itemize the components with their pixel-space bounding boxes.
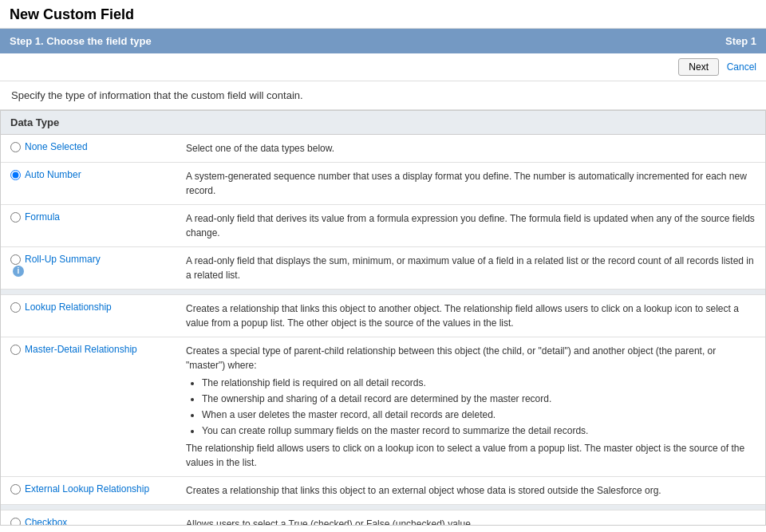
step-header-label: Step 1. Choose the field type [10, 35, 152, 47]
field-type-radio-auto_number[interactable] [10, 170, 21, 180]
field-type-label-auto_number: Auto Number [25, 169, 81, 180]
table-row: Roll-Up SummaryiA read-only field that d… [1, 247, 765, 290]
field-type-label-lookup_relationship: Lookup Relationship [25, 301, 112, 313]
table-row: FormulaA read-only field that derives it… [1, 205, 765, 247]
field-desc-checkbox: Allows users to select a True (checked) … [176, 510, 765, 526]
field-type-radio-roll_up_summary[interactable] [10, 254, 21, 265]
field-type-radio-lookup_relationship[interactable] [10, 302, 21, 313]
table-row: Lookup RelationshipCreates a relationshi… [1, 295, 765, 337]
field-type-label-formula: Formula [25, 211, 60, 223]
field-desc-external_lookup_relationship: Creates a relationship that links this o… [176, 477, 765, 505]
field-type-label-external_lookup_relationship: External Lookup Relationship [25, 483, 149, 495]
bullet-point: The ownership and sharing of a detail re… [202, 392, 756, 406]
field-type-radio-external_lookup_relationship[interactable] [10, 484, 21, 495]
table-row: CheckboxAllows users to select a True (c… [1, 510, 765, 526]
field-desc-none_selected: Select one of the data types below. [176, 135, 765, 163]
table-row: External Lookup RelationshipCreates a re… [1, 477, 765, 505]
action-bar: Next Cancel [0, 53, 766, 81]
table-row: Auto NumberA system-generated sequence n… [1, 163, 765, 205]
table-row: Master-Detail RelationshipCreates a spec… [1, 337, 765, 477]
data-type-table: Data Type None SelectedSelect one of the… [1, 110, 765, 525]
next-button[interactable]: Next [678, 58, 719, 76]
field-desc-master_detail_relationship: Creates a special type of parent-child r… [176, 337, 765, 477]
field-desc-formula: A read-only field that derives its value… [176, 205, 765, 247]
field-type-radio-master_detail_relationship[interactable] [10, 345, 21, 355]
cancel-link[interactable]: Cancel [727, 61, 756, 73]
page-title: New Custom Field [10, 6, 756, 23]
step-number: Step 1 [725, 35, 756, 47]
field-type-label-master_detail_relationship: Master-Detail Relationship [25, 344, 137, 355]
description-text: Specify the type of information that the… [11, 89, 303, 101]
field-type-radio-none_selected[interactable] [10, 142, 21, 152]
field-desc-roll_up_summary: A read-only field that displays the sum,… [176, 247, 765, 290]
step-header: Step 1. Choose the field type Step 1 [0, 29, 766, 53]
description-bar: Specify the type of information that the… [0, 81, 766, 110]
field-type-label-roll_up_summary: Roll-Up Summary [25, 254, 101, 265]
bullet-point: The relationship field is required on al… [202, 376, 756, 390]
field-type-radio-checkbox[interactable] [10, 518, 21, 526]
bullet-point: You can create rollup summary fields on … [202, 424, 756, 438]
table-row: None SelectedSelect one of the data type… [1, 135, 765, 163]
field-type-label-none_selected: None Selected [25, 141, 88, 152]
field-type-radio-formula[interactable] [10, 212, 21, 223]
field-type-label-checkbox: Checkbox [25, 517, 67, 525]
field-desc-lookup_relationship: Creates a relationship that links this o… [176, 295, 765, 337]
bullet-point: When a user deletes the master record, a… [202, 408, 756, 422]
table-header: Data Type [1, 111, 765, 135]
field-desc-auto_number: A system-generated sequence number that … [176, 163, 765, 205]
info-icon-roll_up_summary[interactable]: i [13, 266, 24, 277]
